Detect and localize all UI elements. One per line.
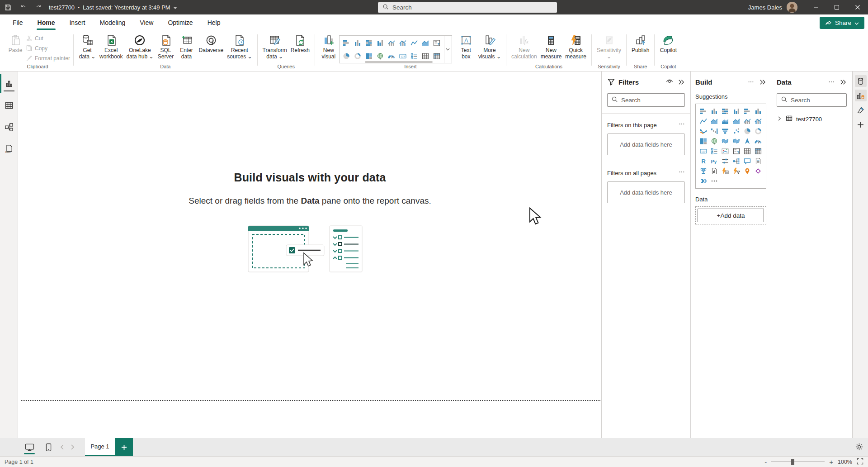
paginated-report-icon[interactable] <box>433 39 441 47</box>
data-search[interactable] <box>777 93 847 107</box>
azure-map-icon[interactable] <box>743 137 751 145</box>
stacked-column-chart-icon[interactable] <box>354 39 362 47</box>
scatter-chart-icon[interactable] <box>732 127 741 135</box>
100-stacked-bar-chart-icon[interactable] <box>743 107 751 115</box>
table-icon[interactable] <box>743 147 751 155</box>
stacked-column-chart-icon[interactable] <box>710 107 718 115</box>
menu-optimize[interactable]: Optimize <box>160 14 200 31</box>
slicer-icon[interactable] <box>732 147 741 155</box>
more-options-icon[interactable] <box>679 169 685 177</box>
minimize-button[interactable] <box>806 0 826 14</box>
fit-to-page-icon[interactable] <box>857 458 863 466</box>
format-pane-switch-button[interactable] <box>855 104 867 116</box>
zoom-slider[interactable] <box>771 462 825 462</box>
menu-insert[interactable]: Insert <box>62 14 92 31</box>
pie-chart-icon[interactable] <box>743 127 751 135</box>
donut-chart-icon[interactable] <box>754 127 762 135</box>
previous-page-arrow[interactable] <box>57 438 67 456</box>
search-input[interactable] <box>392 4 552 11</box>
zoom-in-button[interactable]: + <box>829 458 833 465</box>
user-name[interactable]: James Dales <box>748 4 782 11</box>
redo-icon[interactable] <box>31 0 46 14</box>
metrics-icon[interactable] <box>699 167 708 175</box>
card-icon[interactable]: 123 <box>399 52 407 60</box>
new-page-button[interactable] <box>115 438 133 456</box>
menu-help[interactable]: Help <box>200 14 228 31</box>
kpi-icon[interactable] <box>721 147 729 155</box>
r-script-visual-icon[interactable]: R <box>699 157 708 165</box>
shape-map-icon[interactable] <box>732 137 741 145</box>
new-visual-button[interactable]: New visual <box>318 33 339 60</box>
matrix-icon[interactable] <box>754 147 762 155</box>
dynamic-slicer-icon[interactable] <box>732 167 741 175</box>
dataverse-button[interactable]: Dataverse <box>197 33 226 54</box>
menu-home[interactable]: Home <box>30 14 62 31</box>
filled-map-icon[interactable] <box>721 137 729 145</box>
line-and-clustered-column-chart-icon[interactable] <box>399 39 407 47</box>
pie-chart-icon[interactable] <box>342 52 350 60</box>
mobile-layout-button[interactable] <box>41 438 56 456</box>
filters-search-input[interactable] <box>621 97 681 104</box>
decomposition-tree-icon[interactable] <box>732 157 741 165</box>
settings-gear-icon[interactable] <box>853 441 865 453</box>
model-view-button[interactable] <box>3 121 15 133</box>
avatar[interactable] <box>787 2 797 13</box>
quick-measure-card-icon[interactable] <box>721 167 729 175</box>
new-measure-button[interactable]: New measure <box>539 33 564 60</box>
more-options-icon[interactable] <box>747 78 755 86</box>
enter-data-button[interactable]: Enter data <box>176 33 197 60</box>
new-calculation-button[interactable]: fx New calculation <box>509 33 539 60</box>
waterfall-chart-icon[interactable] <box>710 127 718 135</box>
python-visual-icon[interactable]: Py <box>710 157 718 165</box>
sensitivity-button[interactable]: Sensitivity ⌄ <box>595 33 623 60</box>
matrix-icon[interactable] <box>433 52 441 60</box>
more-options-icon[interactable] <box>679 121 685 129</box>
save-icon[interactable] <box>0 0 15 14</box>
paste-button[interactable]: Paste <box>5 33 26 54</box>
gallery-scrollbar[interactable] <box>365 61 433 63</box>
report-canvas[interactable]: Build visuals with your data Select or d… <box>18 71 602 438</box>
maximize-button[interactable] <box>826 0 847 14</box>
treemap-icon[interactable] <box>699 137 708 145</box>
map-icon[interactable] <box>376 52 384 60</box>
stacked-bar-chart-icon[interactable] <box>342 39 350 47</box>
data-search-input[interactable] <box>791 97 843 104</box>
quick-measure-button[interactable]: Quick measure <box>563 33 588 60</box>
line-chart-icon[interactable] <box>699 117 708 125</box>
share-button[interactable]: Share <box>820 17 864 29</box>
menu-file[interactable]: File <box>5 14 30 31</box>
line-chart-icon[interactable] <box>410 39 418 47</box>
filters-page-droparea[interactable]: Add data fields here <box>607 133 685 155</box>
clustered-bar-chart-icon[interactable] <box>365 39 373 47</box>
collapse-pane-icon[interactable] <box>758 78 766 86</box>
onelake-data-hub-button[interactable]: OneLake data hub ⌄ <box>124 33 155 60</box>
eye-icon[interactable] <box>665 78 674 86</box>
multi-row-card-icon[interactable] <box>710 147 718 155</box>
data-table-item[interactable]: test27700 <box>777 115 847 123</box>
100-stacked-area-chart-icon[interactable] <box>732 117 741 125</box>
page-tab[interactable]: Page 1 <box>85 438 115 456</box>
transform-data-button[interactable]: Transform data ⌄ <box>261 33 289 60</box>
zoom-slider-handle[interactable] <box>791 459 794 465</box>
get-data-button[interactable]: Get data ⌄ <box>77 33 98 60</box>
smart-narrative-icon[interactable] <box>754 157 762 165</box>
slicer-icon[interactable] <box>410 52 418 60</box>
excel-workbook-button[interactable]: Excel workbook <box>98 33 124 60</box>
filters-all-droparea[interactable]: Add data fields here <box>607 181 685 203</box>
ribbon-chart-icon[interactable] <box>699 127 708 135</box>
add-data-button[interactable]: +Add data <box>698 209 764 222</box>
undo-icon[interactable] <box>15 0 31 14</box>
desktop-layout-button[interactable] <box>22 438 37 456</box>
treemap-icon[interactable] <box>365 52 373 60</box>
chevron-right-icon[interactable] <box>777 116 782 123</box>
copy-button[interactable]: Copy <box>26 44 70 52</box>
line-and-stacked-column-chart-icon[interactable] <box>387 39 396 47</box>
power-automate-icon[interactable] <box>699 177 708 185</box>
card-icon[interactable]: 123 <box>699 147 708 155</box>
more-visuals-icon[interactable] <box>710 177 718 185</box>
table-icon[interactable] <box>421 52 429 60</box>
icon-map-icon[interactable] <box>743 167 751 175</box>
document-title-area[interactable]: test27700 • Last saved: Yesterday at 3:4… <box>49 4 177 11</box>
next-page-arrow[interactable] <box>68 438 78 456</box>
table-view-button[interactable] <box>3 100 15 111</box>
